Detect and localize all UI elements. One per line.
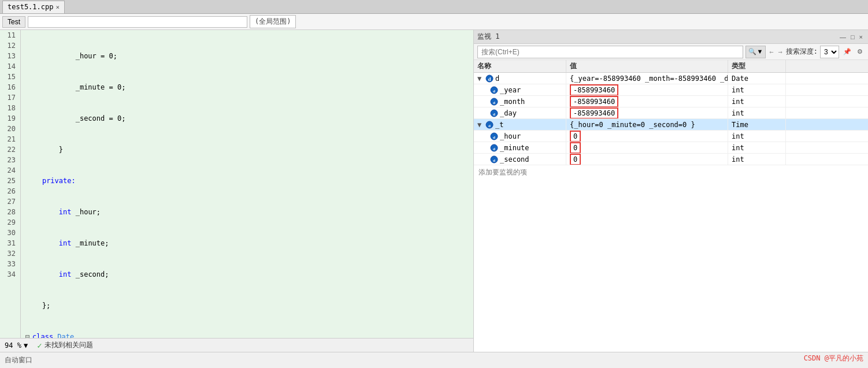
col-type-header: 类型 — [728, 60, 786, 72]
value-cell-day: -858993460 — [566, 107, 728, 118]
pin-button[interactable]: 📌 — [841, 47, 853, 56]
var-type-year: int — [732, 86, 744, 94]
bottom-panel: 自动窗口 — [0, 352, 868, 368]
name-cell-minute: d _minute — [474, 142, 566, 153]
status-bar: 94 % ▼ ✓ 未找到相关问题 — [0, 338, 473, 352]
file-path-input[interactable] — [28, 16, 247, 28]
var-value-d: {_year=-858993460 _month=-858993460 _day… — [570, 75, 728, 83]
watch-title: 监视 1 — [477, 32, 499, 42]
name-cell-t: ▼ d _t — [474, 119, 566, 130]
code-content: _hour = 0; _minute = 0; _second = 0; } p… — [21, 30, 473, 338]
var-type-month: int — [732, 98, 744, 106]
type-cell-minute: int — [728, 142, 786, 153]
var-name-year: _year — [500, 86, 521, 94]
var-value-second: 0 — [570, 154, 581, 165]
var-type-day: int — [732, 109, 744, 117]
name-cell-day: d _day — [474, 107, 566, 118]
var-icon-year: d — [490, 86, 498, 94]
watch-row-d[interactable]: ▼ d d {_year=-858993460 _month=-85899346… — [474, 73, 868, 84]
svg-text:d: d — [488, 124, 491, 128]
search-depth-select[interactable]: 3 1 2 4 5 — [820, 46, 839, 58]
expand-icon-d[interactable]: ▼ — [477, 75, 485, 83]
action-button[interactable]: ⚙ — [855, 47, 865, 56]
search-button[interactable]: 🔍▼ — [745, 46, 766, 58]
watch-row-year[interactable]: d _year -858993460 int — [474, 84, 868, 96]
auto-window-label[interactable]: 自动窗口 — [5, 355, 32, 365]
expand-icon-t[interactable]: ▼ — [477, 121, 485, 129]
svg-text:d: d — [493, 89, 495, 94]
add-watch-text: 添加要监视的项 — [478, 168, 527, 176]
var-icon-minute: d — [490, 144, 498, 152]
main-content: 11 12 13 14 15 16 17 18 19 20 21 22 23 2… — [0, 30, 868, 352]
value-cell-d: {_year=-858993460 _month=-858993460 _day… — [566, 73, 728, 84]
svg-text:d: d — [493, 101, 495, 105]
var-value-hour: 0 — [570, 131, 581, 142]
code-line: _second = 0; — [23, 113, 471, 124]
svg-text:d: d — [488, 76, 491, 82]
watch-row-month[interactable]: d _month -858993460 int — [474, 96, 868, 107]
var-name-t: _t — [495, 121, 503, 129]
code-line: int _minute; — [23, 238, 471, 248]
watch-row-t[interactable]: ▼ d _t {_hour=0 _minute=0 _second=0 } Ti… — [474, 119, 868, 131]
var-name-month: _month — [500, 98, 525, 106]
var-name-minute: _minute — [500, 144, 529, 152]
code-line: _minute = 0; — [23, 82, 471, 92]
type-cell-t: Time — [728, 119, 786, 130]
search-depth-label: 搜索深度: — [786, 47, 818, 57]
var-type-second: int — [732, 155, 744, 163]
watch-row-second[interactable]: d _second 0 int — [474, 154, 868, 165]
scope-label: (全局范围) — [250, 15, 296, 28]
watch-panel: 监视 1 — □ × 🔍▼ ← → 搜索深度: 3 1 2 4 5 📌 ⚙ — [474, 30, 868, 352]
var-icon-month: d — [490, 98, 498, 106]
code-line: ⊟class Date — [23, 332, 471, 338]
code-line: _hour = 0; — [23, 51, 471, 61]
type-cell-d: Date — [728, 73, 786, 84]
code-panel: 11 12 13 14 15 16 17 18 19 20 21 22 23 2… — [0, 30, 474, 352]
toolbar: Test (全局范围) — [0, 14, 868, 30]
code-line: int _second; — [23, 269, 471, 280]
zoom-control[interactable]: 94 % ▼ — [5, 341, 28, 350]
nav-back-button[interactable]: ← — [769, 48, 773, 56]
minimize-button[interactable]: — — [838, 33, 848, 41]
status-ok: ✓ 未找到相关问题 — [37, 340, 92, 350]
zoom-value: 94 % — [5, 341, 21, 350]
var-type-hour: int — [732, 132, 744, 140]
svg-text:d: d — [493, 147, 495, 151]
name-cell-year: d _year — [474, 84, 566, 95]
code-area[interactable]: 11 12 13 14 15 16 17 18 19 20 21 22 23 2… — [0, 30, 473, 338]
zoom-dropdown-icon[interactable]: ▼ — [24, 341, 28, 350]
code-line: } — [23, 144, 471, 155]
name-cell-second: d _second — [474, 154, 566, 165]
watch-row-hour[interactable]: d _hour 0 int — [474, 131, 868, 142]
var-icon-t: d — [485, 121, 494, 129]
svg-text:d: d — [493, 158, 495, 163]
var-value-year: -858993460 — [570, 84, 618, 95]
var-name-hour: _hour — [500, 132, 521, 140]
value-cell-minute: 0 — [566, 142, 728, 153]
var-icon-d: d — [485, 75, 494, 83]
line-numbers: 11 12 13 14 15 16 17 18 19 20 21 22 23 2… — [0, 30, 21, 338]
watch-table[interactable]: 名称 值 类型 ▼ d d {_year=-858993460 _month=-… — [474, 60, 868, 352]
tab-filename: test5.1.cpp — [8, 3, 53, 11]
watch-row-minute[interactable]: d _minute 0 int — [474, 142, 868, 154]
watch-col-header: 名称 值 类型 — [474, 60, 868, 73]
nav-fwd-button[interactable]: → — [778, 48, 782, 56]
svg-text:d: d — [493, 112, 495, 117]
check-icon: ✓ — [37, 341, 42, 350]
tab-close-icon[interactable]: × — [55, 3, 60, 11]
var-value-minute: 0 — [570, 142, 581, 153]
maximize-button[interactable]: □ — [849, 33, 856, 41]
name-cell-month: d _month — [474, 96, 566, 107]
var-icon-hour: d — [490, 132, 498, 140]
svg-text:d: d — [493, 135, 495, 140]
search-input[interactable] — [477, 46, 743, 58]
col-name-header: 名称 — [474, 60, 566, 72]
test-button[interactable]: Test — [2, 16, 25, 28]
code-line: int _hour; — [23, 207, 471, 217]
file-tab[interactable]: test5.1.cpp × — [2, 1, 65, 13]
add-watch-row[interactable]: 添加要监视的项 — [474, 165, 868, 180]
var-value-t: {_hour=0 _minute=0 _second=0 } — [570, 121, 695, 129]
close-button[interactable]: × — [858, 33, 865, 41]
watch-row-day[interactable]: d _day -858993460 int — [474, 107, 868, 119]
type-cell-month: int — [728, 96, 786, 107]
